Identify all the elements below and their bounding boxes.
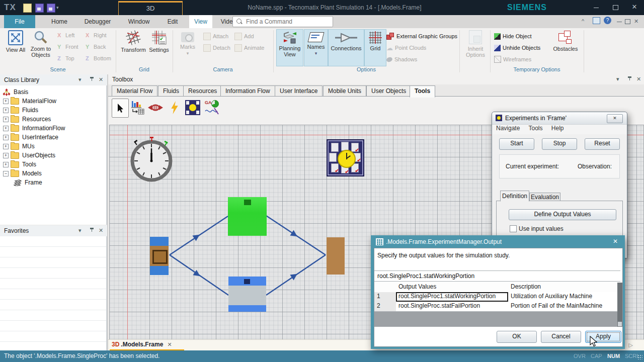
search-input[interactable] bbox=[245, 17, 332, 26]
expand-icon[interactable]: + bbox=[3, 162, 9, 167]
select-tool[interactable] bbox=[112, 99, 129, 118]
unhide-objects-button[interactable]: Unhide Objects bbox=[494, 43, 540, 53]
energy-analyzer-tool[interactable] bbox=[167, 99, 183, 117]
experiments-dialog-titlebar[interactable]: Experiments in 'Frame' ✕ bbox=[492, 112, 627, 125]
grid-toggle[interactable]: Grid bbox=[364, 29, 386, 66]
dialog-close-button[interactable]: ✕ bbox=[607, 114, 623, 123]
menu-navigate[interactable]: Navigate bbox=[496, 125, 520, 132]
singleproc-object[interactable] bbox=[228, 277, 266, 313]
tree-item-fluids[interactable]: +Fluids bbox=[0, 106, 106, 115]
new-file-icon[interactable] bbox=[23, 4, 32, 13]
pin-icon[interactable] bbox=[627, 76, 632, 82]
panel-close-icon[interactable]: ✕ bbox=[99, 227, 103, 234]
tab-edit[interactable]: Edit bbox=[160, 15, 185, 28]
menu-help[interactable]: Help bbox=[551, 125, 564, 132]
grid-settings-button[interactable]: Settings bbox=[147, 29, 171, 65]
names-toggle[interactable]: Names ▾ bbox=[304, 29, 328, 66]
event-controller-object[interactable] bbox=[128, 136, 175, 184]
table-cell-value[interactable]: root.SingleProc1.statWorkingPortion bbox=[396, 292, 509, 302]
tree-item-tools[interactable]: +Tools bbox=[0, 160, 106, 169]
wireframes-button[interactable]: Wireframes bbox=[494, 54, 531, 64]
expand-icon[interactable]: + bbox=[3, 144, 9, 149]
obstacles-button[interactable]: Obstacles bbox=[551, 29, 580, 65]
tree-item-userinterface[interactable]: +UserInterface bbox=[0, 133, 106, 142]
use-input-values-checkbox[interactable] bbox=[510, 225, 517, 232]
pin-icon[interactable] bbox=[90, 76, 94, 82]
view-left-button[interactable]: XLeft bbox=[57, 30, 74, 40]
add-camera-button[interactable]: Add bbox=[234, 31, 254, 41]
dialog-close-button[interactable]: ✕ bbox=[613, 238, 618, 245]
doc-close-icon[interactable]: ✕ bbox=[634, 18, 638, 25]
toolbox-tab-mobile-units[interactable]: Mobile Units bbox=[323, 85, 366, 97]
transform-button[interactable]: Transform bbox=[120, 29, 147, 65]
resize-grip[interactable] bbox=[637, 354, 642, 359]
tree-item-basis[interactable]: Basis bbox=[0, 87, 106, 97]
view-right-button[interactable]: XRight bbox=[86, 30, 107, 40]
row-number[interactable]: 2 bbox=[374, 302, 396, 312]
expand-icon[interactable]: + bbox=[3, 99, 9, 104]
panel-close-icon[interactable]: ✕ bbox=[99, 76, 103, 83]
experiment-manager-object[interactable]: ✔ ✔ ✔ ✔ ✔ bbox=[327, 139, 364, 176]
expand-icon[interactable]: + bbox=[3, 108, 9, 113]
col-header-output-values[interactable]: Output Values bbox=[396, 283, 509, 293]
cancel-button[interactable]: Cancel bbox=[541, 331, 581, 343]
table-cell-value[interactable]: root.SingleProc.statFailPortion bbox=[396, 302, 509, 312]
detach-button[interactable]: Detach bbox=[203, 43, 230, 53]
tab-home[interactable]: Home bbox=[44, 15, 74, 28]
toolbox-tab-material-flow[interactable]: Material Flow bbox=[112, 85, 157, 97]
tab-scroll-right-icon[interactable]: ▷ bbox=[629, 342, 633, 348]
reset-button[interactable]: Reset bbox=[585, 138, 620, 150]
collapse-ribbon-icon[interactable]: ^ bbox=[582, 18, 584, 24]
tab-view[interactable]: View bbox=[189, 15, 212, 28]
tab-window[interactable]: Window bbox=[121, 15, 157, 28]
point-clouds-button[interactable]: ☁Point Clouds bbox=[386, 43, 426, 53]
ga-wizard-tool[interactable]: GA bbox=[204, 99, 220, 117]
save-icon[interactable] bbox=[35, 4, 44, 13]
zoom-to-objects-button[interactable]: Zoom to Objects bbox=[28, 29, 53, 65]
tab-debugger[interactable]: Debugger bbox=[77, 15, 118, 28]
source-object[interactable] bbox=[150, 237, 169, 275]
pin-icon[interactable] bbox=[90, 227, 94, 233]
table-scrollbar[interactable] bbox=[617, 283, 622, 327]
help-icon[interactable]: ? bbox=[604, 17, 611, 24]
expand-icon[interactable]: + bbox=[3, 117, 9, 122]
document-tab-models-frame[interactable]: 3D.Models.Frame✕ bbox=[112, 341, 172, 349]
save-as-icon[interactable] bbox=[47, 4, 55, 13]
output-value-input[interactable] bbox=[374, 270, 620, 282]
tree-item-frame[interactable]: Frame bbox=[0, 178, 119, 187]
tree-item-resources[interactable]: +Resources bbox=[0, 115, 106, 124]
toolbox-tab-tools[interactable]: Tools bbox=[410, 85, 435, 98]
connections-toggle[interactable]: Connections bbox=[328, 29, 364, 66]
table-cell-description[interactable]: Utilization of Auxiliary Machine bbox=[508, 292, 618, 302]
toolbox-tab-fluids[interactable]: Fluids bbox=[158, 85, 184, 97]
3d-view-tab[interactable]: 3D bbox=[118, 1, 183, 16]
expand-icon[interactable]: + bbox=[3, 153, 9, 158]
panel-dropdown-icon[interactable]: ▾ bbox=[78, 76, 82, 83]
close-button[interactable]: ✕ bbox=[628, 3, 641, 11]
toolbox-tab-user-objects[interactable]: User Objects bbox=[366, 85, 411, 97]
file-tab[interactable]: File bbox=[4, 15, 35, 28]
view-back-button[interactable]: YBack bbox=[86, 42, 106, 52]
panel-close-icon[interactable]: ✕ bbox=[636, 76, 641, 82]
inherit-options-button[interactable]: Inherit Options bbox=[462, 29, 489, 65]
chart-tool[interactable] bbox=[130, 99, 146, 117]
tree-item-userobjects[interactable]: +UserObjects bbox=[0, 151, 106, 160]
define-output-values-button[interactable]: Define Output Values bbox=[509, 209, 616, 220]
expand-icon[interactable]: + bbox=[3, 126, 9, 131]
start-button[interactable]: Start bbox=[499, 138, 534, 150]
tree-item-materialflow[interactable]: +MaterialFlow bbox=[0, 97, 106, 106]
toolbox-tab-user-interface[interactable]: User Interface bbox=[275, 85, 323, 97]
singleproc1-object[interactable] bbox=[228, 197, 267, 236]
doc-minimize-icon[interactable] bbox=[617, 18, 622, 24]
experiment-manager-tool[interactable] bbox=[185, 99, 201, 117]
expand-icon[interactable]: + bbox=[3, 135, 9, 140]
stop-button[interactable]: Stop bbox=[542, 138, 577, 150]
attach-button[interactable]: Attach bbox=[203, 31, 228, 41]
animate-button[interactable]: Animate bbox=[234, 43, 264, 53]
view-front-button[interactable]: YFront bbox=[57, 42, 78, 52]
collapse-icon[interactable]: − bbox=[3, 171, 9, 176]
favorites-list[interactable] bbox=[0, 236, 107, 350]
tab-close-icon[interactable]: ✕ bbox=[167, 341, 172, 347]
ok-button[interactable]: OK bbox=[497, 331, 537, 343]
maximize-button[interactable] bbox=[609, 4, 622, 12]
